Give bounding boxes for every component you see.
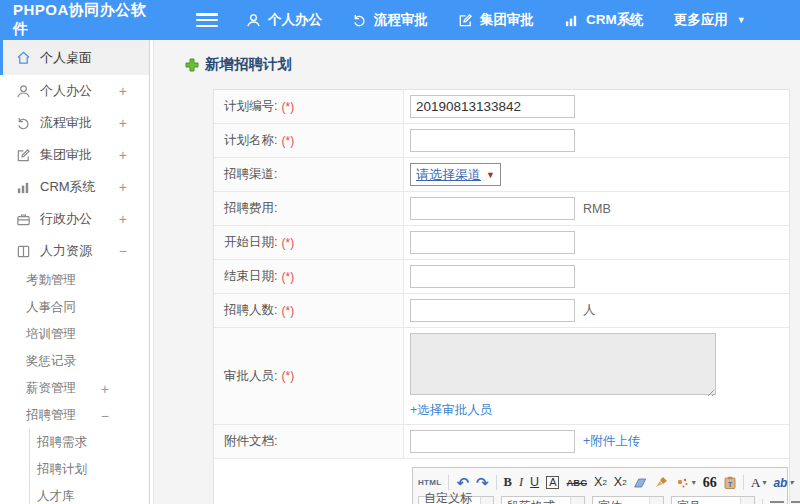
expand-icon[interactable]: + xyxy=(119,180,127,194)
custom-title-select[interactable]: 自定义标题▾ xyxy=(418,496,494,504)
book-icon xyxy=(15,244,31,259)
field-label: 审批人员: xyxy=(224,368,277,385)
format-painter-icon[interactable]: ▾ xyxy=(676,477,696,489)
sidebar-item-hr-contract[interactable]: 人事合同 xyxy=(0,294,149,321)
approver-textarea[interactable] xyxy=(410,333,716,395)
sidebar-item-admin-office[interactable]: 行政办公 + xyxy=(0,203,149,235)
html-source-button[interactable]: HTML xyxy=(418,479,441,487)
nav-more-apps[interactable]: 更多应用 ▼ xyxy=(674,11,746,29)
svg-text:T: T xyxy=(727,480,732,489)
caret-down-icon: ▾ xyxy=(789,479,793,487)
hamburger-menu-icon[interactable] xyxy=(196,13,218,27)
top-nav: 个人办公 流程审批 集团审批 CRM系统 更多应用 ▼ xyxy=(246,11,746,29)
bold-button[interactable]: B xyxy=(504,476,512,489)
sidebar-item-group-approval[interactable]: 集团审批 + xyxy=(0,139,149,171)
align-left-icon[interactable] xyxy=(770,501,784,504)
main-content: 新增招聘计划 计划编号:(*) 计划名称:(*) 招聘渠道: 请选择渠道 xyxy=(154,40,800,504)
eraser-icon[interactable] xyxy=(634,477,648,489)
undo-icon[interactable]: ↶ xyxy=(456,475,469,490)
caret-down-icon: ▼ xyxy=(737,15,746,25)
align-center-icon[interactable] xyxy=(791,501,800,504)
nav-crm-system[interactable]: CRM系统 xyxy=(564,11,644,29)
form-row: 结束日期:(*) xyxy=(214,260,789,294)
channel-select[interactable]: 请选择渠道 ▼ xyxy=(410,163,501,186)
blockquote-button[interactable]: 66 xyxy=(703,476,717,490)
subscript-button[interactable]: X2 xyxy=(614,476,627,489)
sidebar: 个人桌面 个人办公 + 流程审批 + 集团审批 + CRM系统 + xyxy=(0,40,150,504)
attachment-input[interactable] xyxy=(410,430,575,453)
expand-icon[interactable]: + xyxy=(119,116,127,130)
italic-button[interactable]: I xyxy=(519,476,523,489)
user-icon xyxy=(15,84,31,99)
edit-icon xyxy=(15,148,31,163)
end-date-input[interactable] xyxy=(410,265,575,288)
field-label: 开始日期: xyxy=(224,234,277,251)
highlight-color-button[interactable]: ab▾ xyxy=(773,477,793,489)
start-date-input[interactable] xyxy=(410,231,575,254)
form-row: 招聘人数:(*) 人 xyxy=(214,294,789,328)
currency-suffix: RMB xyxy=(583,202,611,216)
required-mark: (*) xyxy=(281,304,294,318)
recruitment-submenu: 招聘需求 招聘计划 人才库 xyxy=(29,429,149,504)
font-family-select[interactable]: 字体▾ xyxy=(592,496,664,504)
sidebar-item-recruit-plan[interactable]: 招聘计划 xyxy=(30,456,149,483)
home-icon xyxy=(15,50,31,65)
sidebar-item-desktop[interactable]: 个人桌面 xyxy=(0,40,149,75)
caret-down-icon: ▼ xyxy=(486,170,495,180)
required-mark: (*) xyxy=(281,369,294,383)
paste-icon[interactable]: T xyxy=(724,476,736,489)
plan-name-input[interactable] xyxy=(410,129,575,152)
underline-button[interactable]: U xyxy=(530,476,539,489)
expand-icon[interactable]: + xyxy=(119,212,127,226)
nav-workflow-approval[interactable]: 流程审批 xyxy=(352,11,428,29)
font-size-select[interactable]: 字号▾ xyxy=(671,496,755,504)
expand-icon[interactable]: + xyxy=(119,148,127,162)
chart-icon xyxy=(15,180,31,195)
caret-down-icon: ▾ xyxy=(740,497,754,504)
form-row: 招聘费用: RMB xyxy=(214,192,789,226)
sidebar-item-training[interactable]: 培训管理 xyxy=(0,321,149,348)
nav-personal-office[interactable]: 个人办公 xyxy=(246,11,322,29)
process-icon xyxy=(15,116,31,131)
briefcase-icon xyxy=(15,212,31,227)
expand-icon[interactable]: + xyxy=(119,84,127,98)
form-row: 附件文档: +附件上传 xyxy=(214,425,789,459)
sidebar-item-attendance[interactable]: 考勤管理 xyxy=(0,267,149,294)
field-label: 附件文档: xyxy=(224,433,277,450)
rich-text-editor: HTML ↶ ↷ B I U A ABC xyxy=(412,467,788,504)
field-label: 计划编号: xyxy=(224,98,277,115)
collapse-icon[interactable]: − xyxy=(101,409,109,423)
paragraph-format-select[interactable]: 段落格式▾ xyxy=(501,496,585,504)
sidebar-item-recruit-demand[interactable]: 招聘需求 xyxy=(30,429,149,456)
sidebar-item-talent-pool[interactable]: 人才库 xyxy=(30,483,149,504)
nav-group-approval[interactable]: 集团审批 xyxy=(458,11,534,29)
collapse-icon[interactable]: − xyxy=(119,244,127,258)
sidebar-item-personal-office[interactable]: 个人办公 + xyxy=(0,75,149,107)
recruit-plan-form: 计划编号:(*) 计划名称:(*) 招聘渠道: 请选择渠道 ▼ xyxy=(213,89,790,504)
select-approver-link[interactable]: +选择审批人员 xyxy=(410,402,492,419)
required-mark: (*) xyxy=(281,270,294,284)
font-color-button[interactable]: A▾ xyxy=(751,476,767,490)
fee-input[interactable] xyxy=(410,197,575,220)
app-logo: PHPOA协同办公软件 xyxy=(0,1,150,39)
clear-format-brush-icon[interactable] xyxy=(655,476,669,489)
superscript-button[interactable]: X2 xyxy=(594,476,607,489)
form-row: 审批人员:(*) +选择审批人员 xyxy=(214,328,789,425)
field-label: 招聘人数: xyxy=(224,302,277,319)
expand-icon[interactable]: + xyxy=(101,382,109,396)
anchor-button[interactable]: A xyxy=(546,476,559,489)
headcount-input[interactable] xyxy=(410,299,575,322)
field-label: 招聘渠道: xyxy=(224,166,277,183)
sidebar-item-salary[interactable]: 薪资管理 + xyxy=(0,375,149,402)
plan-number-input[interactable] xyxy=(410,95,575,118)
form-row: 计划编号:(*) xyxy=(214,90,789,124)
process-icon xyxy=(352,13,367,28)
sidebar-item-recruitment[interactable]: 招聘管理 − xyxy=(0,402,149,429)
sidebar-item-crm[interactable]: CRM系统 + xyxy=(0,171,149,203)
upload-attachment-link[interactable]: +附件上传 xyxy=(583,433,640,450)
redo-icon[interactable]: ↷ xyxy=(476,475,489,490)
strikethrough-button[interactable]: ABC xyxy=(566,478,587,488)
sidebar-item-workflow-approval[interactable]: 流程审批 + xyxy=(0,107,149,139)
sidebar-item-hr[interactable]: 人力资源 − xyxy=(0,235,149,267)
sidebar-item-rewards[interactable]: 奖惩记录 xyxy=(0,348,149,375)
